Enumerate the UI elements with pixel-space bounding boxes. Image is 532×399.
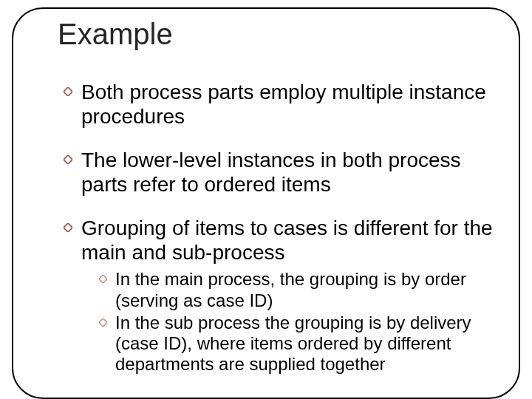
slide-title: Example <box>58 18 173 51</box>
diamond-bullet-icon <box>99 275 107 283</box>
sub-bullet-list: In the main process, the grouping is by … <box>81 269 502 375</box>
slide-body: Both process parts employ multiple insta… <box>64 80 502 395</box>
bullet-text: Both process parts employ multiple insta… <box>81 81 486 128</box>
sub-bullet-text: In the sub process the grouping is by de… <box>115 313 471 375</box>
sub-bullet-text: In the main process, the grouping is by … <box>115 269 466 310</box>
diamond-bullet-icon <box>64 223 72 232</box>
diamond-bullet-icon <box>64 87 72 96</box>
bullet-text: Grouping of items to cases is different … <box>81 216 493 264</box>
bullet-item: Both process parts employ multiple insta… <box>64 80 502 129</box>
bullet-text: The lower-level instances in both proces… <box>81 149 461 196</box>
sub-bullet-item: In the main process, the grouping is by … <box>99 269 502 311</box>
bullet-item: The lower-level instances in both proces… <box>64 148 502 197</box>
diamond-bullet-icon <box>99 318 107 327</box>
bullet-item: Grouping of items to cases is different … <box>64 216 502 375</box>
sub-bullet-item: In the sub process the grouping is by de… <box>99 313 502 375</box>
slide: Example Both process parts employ multip… <box>0 0 532 399</box>
diamond-bullet-icon <box>64 155 72 164</box>
